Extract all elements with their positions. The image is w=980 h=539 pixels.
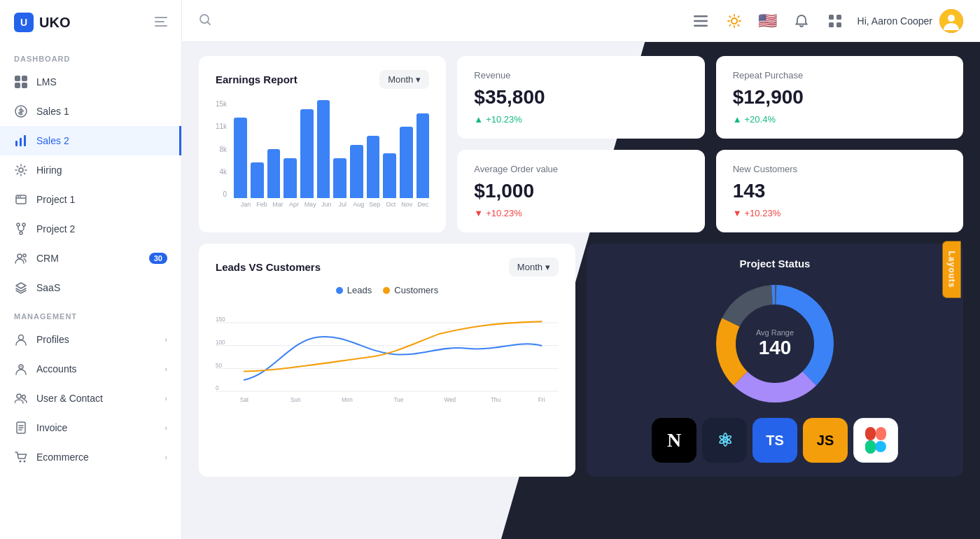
stat-value: 143 [733,180,946,202]
bar-item [267,100,281,198]
svg-point-11 [19,168,23,172]
y-label: 15k [216,100,227,108]
bottom-section: Leads VS Customers Month ▾ Leads [199,244,963,477]
bar-item [284,100,297,198]
stat-change: ▲ +10.23% [474,114,687,125]
svg-rect-58 [865,427,876,440]
sidebar-item-lms[interactable]: LMS [0,67,181,97]
stat-label: Revenue [474,70,687,80]
stat-change: ▼ +10.23% [733,208,946,218]
gear-user-icon [14,362,28,376]
svg-rect-1 [155,21,164,22]
svg-point-13 [18,196,19,197]
change-text: +10.23% [745,208,781,218]
svg-rect-34 [836,15,841,20]
nextjs-icon-box[interactable]: N [652,418,696,463]
bar [267,149,281,198]
x-axis-labels: JanFebMarAprMayJunJulAugSepOctNovDec [216,201,429,208]
header: 🇺🇸 Hi, Aaron Cooper [182,0,980,42]
avg-value: 140 [756,337,794,359]
bar-label: Jun [320,201,332,208]
dollar-icon [14,104,28,118]
leads-header: Leads VS Customers Month ▾ [216,258,559,276]
stat-card-avgorder: Average Order value $1,000 ▼ +10.23% [457,150,704,232]
doc-icon [14,421,28,435]
main-content: 🇺🇸 Hi, Aaron Cooper [182,0,980,539]
js-icon-box[interactable]: JS [803,418,848,463]
sidebar-item-label: Accounts [36,363,77,374]
bar-label: Oct [384,201,397,208]
bar-item [350,100,363,198]
project1-icon [14,192,28,206]
sidebar-item-saas[interactable]: SaaS [0,273,181,302]
leads-month-selector[interactable]: Month ▾ [509,258,559,276]
sidebar-item-user-contact[interactable]: User & Contact › [0,384,181,413]
bar-label: Sep [368,201,381,208]
sidebar-item-label: SaaS [36,282,60,293]
change-text: +10.23% [486,114,522,125]
svg-text:Tue: Tue [393,397,403,403]
y-label: 0 [216,190,227,198]
sidebar-item-accounts[interactable]: Accounts › [0,354,181,384]
bar-item [367,100,380,198]
theme-icon[interactable] [723,10,746,32]
sidebar-item-sales1[interactable]: Sales 1 [0,97,181,126]
legend-label: Customers [394,285,438,295]
bar-label: Dec [416,201,429,208]
svg-text:Thu: Thu [491,397,500,403]
chevron-right-icon: › [164,394,167,402]
month-selector[interactable]: Month ▾ [379,70,429,89]
svg-rect-4 [22,76,27,81]
stat-value: $35,800 [474,86,687,108]
ts-icon-box[interactable]: TS [752,418,797,463]
react-icon-box[interactable]: ⚛ [702,418,747,463]
layouts-tab[interactable]: Layouts [942,241,960,298]
sidebar-item-label: Project 2 [36,223,75,234]
bar-label: Nov [400,201,413,208]
bar-label: May [304,201,316,208]
leads-dot [336,287,343,294]
users-icon [14,251,28,265]
earnings-header: Earnings Report Month ▾ [216,70,429,89]
svg-text:Mon: Mon [342,397,353,403]
stat-change: ▼ +10.23% [474,208,687,218]
sidebar-item-hiring[interactable]: Hiring [0,155,181,185]
stat-value: $1,000 [474,180,687,202]
bar-label: Jan [239,201,252,208]
bar-item [400,100,413,198]
bar [234,118,247,198]
flag-icon[interactable]: 🇺🇸 [757,10,779,32]
user-greeting[interactable]: Hi, Aaron Cooper [858,9,963,33]
svg-point-23 [17,394,21,398]
sidebar-item-project2[interactable]: Project 2 [0,214,181,244]
bar [317,100,330,198]
sidebar-collapse-button[interactable] [155,15,167,30]
sidebar-item-project1[interactable]: Project 1 [0,185,181,214]
sidebar-item-sales2[interactable]: Sales 2 [0,126,181,155]
svg-rect-35 [829,22,834,27]
sidebar-item-invoice[interactable]: Invoice › [0,413,181,442]
sidebar-item-ecommerce[interactable]: Ecommerce › [0,442,181,472]
svg-rect-59 [876,427,886,440]
stat-label: Average Order value [474,164,687,174]
notification-icon[interactable] [790,10,813,32]
sidebar-item-label: Sales 2 [36,135,69,146]
arrow-down-icon: ▼ [733,208,742,218]
menu-icon[interactable] [690,10,712,32]
bar-label: Aug [352,201,365,208]
apps-icon[interactable] [824,10,846,32]
management-section-label: MANAGEMENT [0,302,181,325]
sidebar-item-profiles[interactable]: Profiles › [0,325,181,354]
stat-card-repeat: Repeat Purchase $12,900 ▲ +20.4% [716,56,963,139]
stat-card-revenue: Revenue $35,800 ▲ +10.23% [457,56,704,139]
svg-point-61 [875,441,886,452]
legend-leads: Leads [336,285,372,295]
arrow-up-icon: ▲ [733,114,742,125]
bar-label: Apr [288,201,300,208]
leads-month-label: Month [517,262,542,272]
sidebar-item-crm[interactable]: CRM 30 [0,244,181,273]
shop-icon [14,450,28,464]
sidebar-item-label: Project 1 [36,194,75,205]
figma-icon-box[interactable] [853,418,898,463]
svg-rect-5 [15,83,20,88]
